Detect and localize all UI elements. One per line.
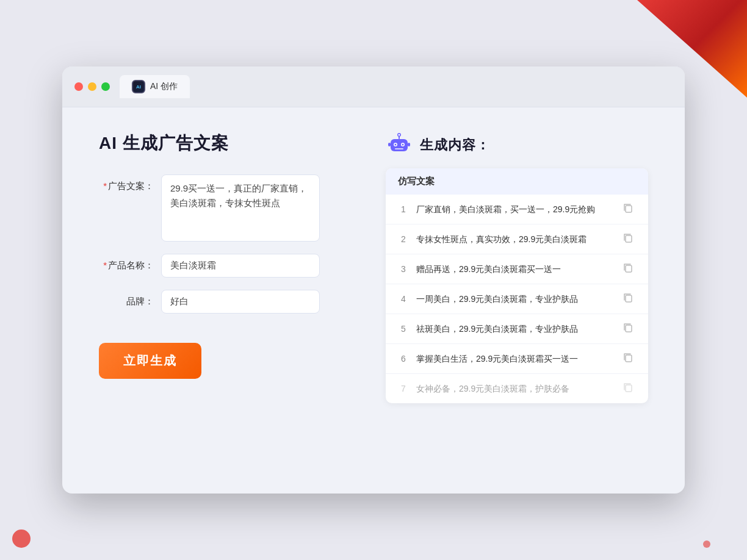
product-name-input[interactable]	[161, 254, 320, 278]
row-text: 祛斑美白，29.9元美白淡斑霜，专业护肤品	[416, 323, 615, 336]
ad-copy-required-star: *	[103, 181, 107, 191]
result-table: 仿写文案 1 厂家直销，美白淡斑霜，买一送一，29.9元抢购 2 专抹女性斑点，…	[386, 168, 648, 403]
robot-icon	[386, 132, 413, 159]
bg-decoration-bottom-left	[12, 529, 31, 548]
row-number: 5	[398, 324, 409, 334]
table-row: 4 一周美白，29.9元美白淡斑霜，专业护肤品	[386, 284, 648, 314]
window-controls	[74, 82, 110, 91]
row-text: 专抹女性斑点，真实功效，29.9元美白淡斑霜	[416, 233, 615, 246]
copy-icon[interactable]	[622, 292, 636, 306]
copy-icon[interactable]	[622, 382, 636, 395]
copy-icon[interactable]	[622, 352, 636, 365]
table-row: 2 专抹女性斑点，真实功效，29.9元美白淡斑霜	[386, 224, 648, 254]
product-name-row: *产品名称：	[99, 254, 361, 278]
svg-rect-15	[626, 325, 632, 332]
svg-point-8	[399, 134, 400, 136]
product-name-label: *产品名称：	[99, 254, 154, 271]
svg-rect-16	[626, 355, 632, 362]
svg-rect-17	[626, 385, 632, 392]
svg-rect-9	[388, 143, 391, 146]
generate-button[interactable]: 立即生成	[99, 343, 201, 379]
ad-copy-textarea[interactable]: 29.9买一送一，真正的厂家直销，美白淡斑霜，专抹女性斑点	[161, 174, 320, 242]
row-number: 3	[398, 264, 409, 274]
ad-copy-label: *广告文案：	[99, 174, 154, 192]
copy-icon[interactable]	[622, 203, 636, 216]
svg-rect-12	[626, 235, 632, 242]
tab-label: AI 创作	[150, 81, 178, 92]
main-content: AI 生成广告文案 *广告文案： 29.9买一送一，真正的厂家直销，美白淡斑霜，…	[62, 107, 685, 428]
bg-decoration-bottom-right	[703, 540, 710, 548]
brand-row: 品牌：	[99, 290, 361, 314]
product-name-required-star: *	[103, 260, 107, 270]
row-number: 4	[398, 294, 409, 304]
table-row: 6 掌握美白生活，29.9元美白淡斑霜买一送一	[386, 344, 648, 374]
row-text: 厂家直销，美白淡斑霜，买一送一，29.9元抢购	[416, 203, 615, 216]
row-number: 7	[398, 384, 409, 393]
copy-icon[interactable]	[622, 232, 636, 246]
row-number: 1	[398, 204, 409, 214]
close-button[interactable]	[74, 82, 83, 91]
ai-tab-icon	[132, 80, 145, 93]
row-text: 赠品再送，29.9元美白淡斑霜买一送一	[416, 263, 615, 276]
copy-icon[interactable]	[622, 262, 636, 276]
table-header: 仿写文案	[386, 168, 648, 195]
right-panel: 生成内容： 仿写文案 1 厂家直销，美白淡斑霜，买一送一，29.9元抢购 2 专…	[386, 132, 648, 403]
result-title: 生成内容：	[420, 136, 490, 154]
table-row: 1 厂家直销，美白淡斑霜，买一送一，29.9元抢购	[386, 195, 648, 224]
minimize-button[interactable]	[88, 82, 96, 91]
result-header: 生成内容：	[386, 132, 648, 159]
row-text: 一周美白，29.9元美白淡斑霜，专业护肤品	[416, 293, 615, 306]
browser-window: AI 创作 AI 生成广告文案 *广告文案： 29.9买一送一，真正的厂家直销，…	[62, 66, 685, 494]
svg-rect-11	[626, 206, 632, 212]
svg-rect-10	[408, 143, 410, 146]
table-row: 5 祛斑美白，29.9元美白淡斑霜，专业护肤品	[386, 314, 648, 344]
row-text: 掌握美白生活，29.9元美白淡斑霜买一送一	[416, 353, 615, 365]
ad-copy-row: *广告文案： 29.9买一送一，真正的厂家直销，美白淡斑霜，专抹女性斑点	[99, 174, 361, 242]
table-row: 3 赠品再送，29.9元美白淡斑霜买一送一	[386, 254, 648, 284]
svg-point-3	[395, 144, 397, 146]
svg-point-4	[402, 144, 404, 146]
page-title: AI 生成广告文案	[99, 132, 361, 155]
svg-rect-14	[626, 295, 632, 302]
svg-rect-5	[395, 148, 403, 149]
svg-rect-13	[626, 265, 632, 272]
table-row: 7 女神必备，29.9元美白淡斑霜，护肤必备	[386, 374, 648, 403]
ai-tab[interactable]: AI 创作	[120, 75, 190, 98]
maximize-button[interactable]	[101, 82, 110, 91]
left-panel: AI 生成广告文案 *广告文案： 29.9买一送一，真正的厂家直销，美白淡斑霜，…	[99, 132, 361, 403]
brand-input[interactable]	[161, 290, 320, 314]
row-number: 2	[398, 234, 409, 244]
copy-icon[interactable]	[622, 322, 636, 336]
title-bar: AI 创作	[62, 66, 685, 107]
brand-label: 品牌：	[99, 290, 154, 307]
row-number: 6	[398, 354, 409, 364]
row-text: 女神必备，29.9元美白淡斑霜，护肤必备	[416, 382, 615, 395]
